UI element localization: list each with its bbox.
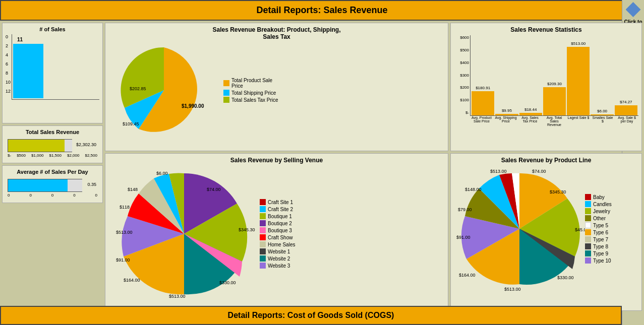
venue-boutique2: Boutique 2 xyxy=(268,221,292,226)
legend-product: Total Product SalePrice xyxy=(231,78,272,89)
legend-candles: Candles xyxy=(593,202,612,207)
svg-text:$513.00: $513.00 xyxy=(169,294,186,299)
svg-text:$74.00: $74.00 xyxy=(532,169,546,174)
venue-web1: Website 1 xyxy=(268,249,290,254)
total-revenue-bar xyxy=(8,140,65,152)
footer-bar: Detail Reports: Cost of Goods Sold (COGS… xyxy=(0,306,622,325)
legend-baby: Baby xyxy=(593,194,605,200)
breakout-pie-chart: Sales Revenue Breakout: Product, Shippin… xyxy=(105,23,448,151)
svg-text:$109.45: $109.45 xyxy=(123,121,139,126)
legend-jewelry: Jewelry xyxy=(593,209,610,214)
stats-y-axis: $-$100$200$300$400$500$600 xyxy=(454,35,469,116)
arrow-up-icon xyxy=(626,2,641,17)
avg-sales-day-value: 0.35 xyxy=(87,182,96,187)
legend-type7: Type 7 xyxy=(593,237,608,242)
venue-pie-chart: Sales Revenue by Selling Venue xyxy=(105,153,448,311)
footer-title: Detail Reports: Cost of Goods Sold (COGS… xyxy=(228,311,394,319)
svg-text:$148: $148 xyxy=(128,187,138,192)
svg-text:$164.00: $164.00 xyxy=(124,278,140,283)
svg-text:$345.30: $345.30 xyxy=(550,189,566,194)
stat-bar-7: $74.27 xyxy=(615,100,637,115)
venue-home: Home Sales xyxy=(268,242,295,247)
venue-craftshow: Craft Show xyxy=(268,235,292,240)
sales-count-chart: # of Sales 121086420 11 xyxy=(2,23,103,123)
svg-text:$330.00: $330.00 xyxy=(557,275,574,280)
stats-title: Sales Revenue Statistics xyxy=(454,26,638,33)
header-bar: Detail Reports: Sales Revenue xyxy=(0,0,644,21)
legend-type10: Type 10 xyxy=(593,258,611,264)
svg-text:$1,990.00: $1,990.00 xyxy=(182,103,204,109)
header-title: Detail Reports: Sales Revenue xyxy=(256,5,387,15)
svg-text:$164.00: $164.00 xyxy=(459,273,476,278)
product-legend: Baby Candles Jewelry Other Type 5 Type 6… xyxy=(585,194,612,264)
svg-text:$513.00: $513.00 xyxy=(490,169,507,174)
stat-bar-2: $9.95 xyxy=(495,108,518,115)
avg-sales-day-title: Average # of Sales Per Day xyxy=(6,169,99,175)
stat-bar-5: $513.00 xyxy=(567,41,590,115)
sales-count-title: # of Sales xyxy=(6,26,99,32)
svg-text:$330.00: $330.00 xyxy=(219,280,236,285)
svg-text:$91.00: $91.00 xyxy=(456,235,471,240)
avg-sales-day-chart: Average # of Sales Per Day 0.35 00000 xyxy=(2,165,103,203)
svg-text:$202.85: $202.85 xyxy=(130,86,146,91)
venue-craft1: Craft Site 1 xyxy=(268,200,293,205)
svg-text:$513.00: $513.00 xyxy=(116,230,133,235)
svg-text:$345.30: $345.30 xyxy=(239,227,255,232)
svg-text:$91.00: $91.00 xyxy=(116,257,130,263)
total-revenue-chart: Total Sales Revenue $2,302.30 $-$500$1,0… xyxy=(2,125,103,163)
svg-text:$6.00: $6.00 xyxy=(156,171,168,176)
legend-type6: Type 6 xyxy=(593,230,608,235)
svg-text:$118: $118 xyxy=(120,205,130,210)
breakout-title: Sales Revenue Breakout: Product, Shippin… xyxy=(108,26,445,40)
legend-type8: Type 8 xyxy=(593,244,608,249)
legend-tax: Total Sales Tax Price xyxy=(231,97,278,103)
svg-text:$513.00: $513.00 xyxy=(504,287,521,292)
total-revenue-title: Total Sales Revenue xyxy=(6,129,99,135)
venue-boutique3: Boutique 3 xyxy=(268,228,292,233)
legend-type5: Type 5 xyxy=(593,223,608,228)
venue-web3: Website 3 xyxy=(268,263,290,269)
y-axis-labels: 121086420 xyxy=(6,34,11,95)
product-pie-chart: Sales Revenue by Product Line $345.30 xyxy=(450,153,642,311)
venue-legend: Craft Site 1 Craft Site 2 Boutique 1 Bou… xyxy=(260,199,295,269)
stat-bar-6: $6.00 xyxy=(591,109,613,115)
legend-shipping: Total Shipping Price xyxy=(231,90,276,96)
venue-pie-svg: $74.00 $345.30 $330.00 $513.00 $164.00 $… xyxy=(108,166,260,302)
legend-type9: Type 9 xyxy=(593,251,608,256)
svg-text:$74.00: $74.00 xyxy=(207,187,221,192)
svg-text:$79.00: $79.00 xyxy=(458,207,472,212)
total-revenue-value: $2,302.30 xyxy=(76,142,96,147)
venue-pie-title: Sales Revenue by Selling Venue xyxy=(108,157,445,164)
svg-text:$148.00: $148.00 xyxy=(465,187,482,192)
avg-sales-day-bar xyxy=(8,179,68,191)
product-pie-title: Sales Revenue by Product Line xyxy=(454,157,638,164)
legend-other: Other xyxy=(593,216,606,221)
stat-bar-4: $209.30 xyxy=(543,82,566,115)
venue-web2: Website 2 xyxy=(268,256,290,262)
venue-boutique1: Boutique 1 xyxy=(268,214,292,219)
stats-chart: Sales Revenue Statistics $-$100$200$300$… xyxy=(450,23,642,151)
breakout-legend: Total Product SalePrice Total Shipping P… xyxy=(223,78,278,103)
breakout-pie-svg: $1,990.00 $109.45 $202.85 xyxy=(108,42,219,138)
product-pie-svg: $345.30 $45.00 $330.00 $513.00 $164.00 $… xyxy=(454,166,585,292)
stat-bar-3: $18.44 xyxy=(519,107,542,115)
svg-text:$45.00: $45.00 xyxy=(575,227,585,232)
stat-bar-1: $180.91 xyxy=(472,86,494,115)
venue-craft2: Craft Site 2 xyxy=(268,207,293,212)
sales-bar: 11 xyxy=(13,44,43,98)
